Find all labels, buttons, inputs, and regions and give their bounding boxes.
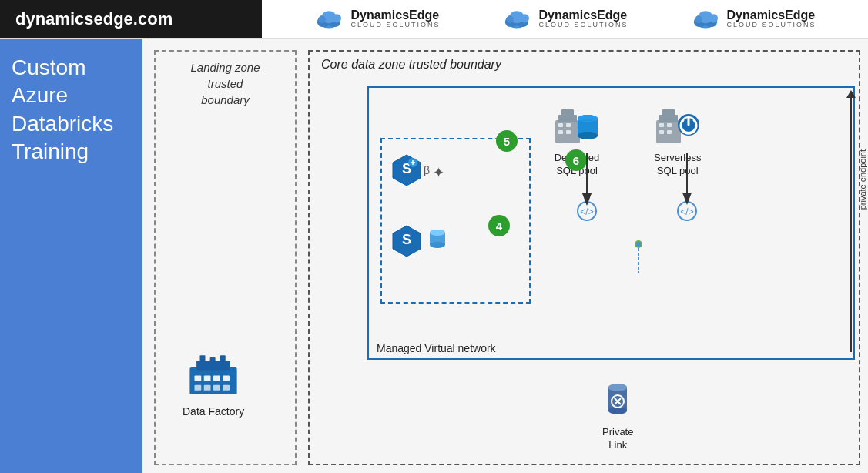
sidebar-line-1: Custom: [12, 55, 85, 79]
badge-5: 5: [496, 130, 518, 152]
svg-rect-37: [566, 130, 571, 134]
endpoint-icon-dedicated: </>: [575, 200, 598, 223]
svg-text:</>: </>: [680, 206, 693, 217]
badge-4: 4: [488, 215, 510, 236]
svg-point-60: [430, 242, 445, 248]
cloud-icon-1: [313, 8, 344, 30]
svg-rect-33: [561, 109, 574, 117]
spark-beta-label: β ✦: [424, 164, 444, 181]
svg-rect-23: [195, 376, 202, 381]
svg-text:</>: </>: [580, 206, 593, 217]
data-factory-label: Data Factory: [183, 405, 244, 418]
cloud-icon-2: [501, 8, 532, 30]
logo-text-1: DynamicsEdge Cloud Solutions: [350, 8, 440, 29]
sidebar-line-4: Training: [12, 139, 89, 163]
core-zone-label: Core data zone trusted boundary: [321, 58, 501, 72]
svg-rect-36: [558, 130, 563, 134]
sidebar-line-2: Azure: [12, 83, 68, 107]
dedicated-sql-icon: [554, 103, 600, 148]
svg-rect-28: [204, 385, 211, 391]
serverless-sql-icon: [655, 103, 701, 148]
svg-rect-20: [200, 355, 206, 364]
svg-point-16: [709, 14, 717, 22]
sidebar-line-3: Databricks: [12, 112, 113, 136]
svg-point-78: [608, 384, 627, 391]
sidebar: Custom Azure Databricks Training: [0, 39, 142, 473]
svg-rect-21: [210, 357, 216, 364]
main-content: Landing zonetrustedboundary: [142, 39, 868, 473]
svg-rect-27: [195, 385, 202, 391]
brand-label: dynamicsedge.com: [15, 9, 173, 29]
svg-rect-49: [659, 130, 664, 134]
svg-rect-22: [220, 355, 226, 364]
core-zone-boundary: Core data zone trusted boundary Managed …: [308, 50, 860, 465]
svg-text:S: S: [402, 232, 411, 247]
svg-point-40: [578, 132, 598, 139]
svg-point-17: [695, 15, 702, 23]
endpoint-icon-serverless: </>: [675, 200, 699, 223]
svg-rect-30: [223, 385, 230, 391]
svg-rect-46: [662, 109, 675, 117]
data-factory-area: Data Factory: [183, 353, 244, 418]
data-factory-icon: [186, 353, 240, 399]
code-icon-2: </>: [675, 200, 699, 223]
synapse-icon-bottom: S: [390, 224, 424, 258]
svg-point-61: [430, 230, 445, 236]
logo-text-3: DynamicsEdge Cloud Solutions: [727, 8, 816, 29]
svg-rect-47: [659, 123, 664, 127]
private-link-label: PrivateLink: [602, 426, 633, 452]
svg-rect-50: [667, 130, 672, 134]
svg-point-10: [521, 14, 529, 22]
svg-point-68: [636, 242, 641, 247]
svg-rect-26: [223, 376, 230, 381]
private-endpoint-label: private endpoint: [858, 149, 867, 210]
serverless-sql-pool: ServerlessSQL pool: [654, 103, 701, 178]
logo-3: DynamicsEdge Cloud Solutions: [690, 8, 816, 30]
svg-rect-35: [566, 123, 571, 127]
landing-zone-boundary: Landing zonetrustedboundary: [154, 50, 297, 465]
logo-2: DynamicsEdge Cloud Solutions: [501, 8, 628, 30]
synapse-icon-top: S: [390, 153, 424, 187]
logo-group: DynamicsEdge Cloud Solutions DynamicsEdg…: [262, 8, 868, 30]
connection-icon: [627, 238, 650, 277]
top-bar: dynamicsedge.com DynamicsEdge Cloud Solu…: [0, 0, 868, 39]
private-link-icon: [602, 380, 633, 422]
svg-point-4: [333, 14, 341, 22]
landing-zone-label: Landing zonetrustedboundary: [156, 59, 295, 108]
brand-text: dynamicsedge.com: [0, 0, 262, 38]
svg-rect-24: [204, 376, 211, 381]
svg-point-11: [507, 15, 514, 23]
svg-rect-34: [558, 123, 563, 127]
svg-rect-48: [667, 123, 672, 127]
cylinder-icon: [427, 228, 448, 250]
managed-vnet-label: Managed Virtual network: [377, 342, 496, 354]
cloud-icon-3: [690, 8, 721, 30]
logo-1: DynamicsEdge Cloud Solutions: [313, 8, 440, 30]
serverless-sql-label: ServerlessSQL pool: [654, 152, 701, 178]
private-link-area: PrivateLink: [602, 380, 633, 452]
sidebar-title: Custom Azure Databricks Training: [12, 54, 131, 166]
badge-6: 6: [565, 149, 587, 171]
code-icon-1: </>: [575, 200, 598, 223]
connection-dot: [627, 238, 650, 280]
logo-text-2: DynamicsEdge Cloud Solutions: [538, 8, 628, 29]
svg-rect-25: [213, 376, 220, 381]
svg-point-5: [319, 15, 327, 23]
svg-rect-29: [213, 385, 220, 391]
managed-vnet-box: Managed Virtual network private endpoint: [367, 86, 855, 360]
